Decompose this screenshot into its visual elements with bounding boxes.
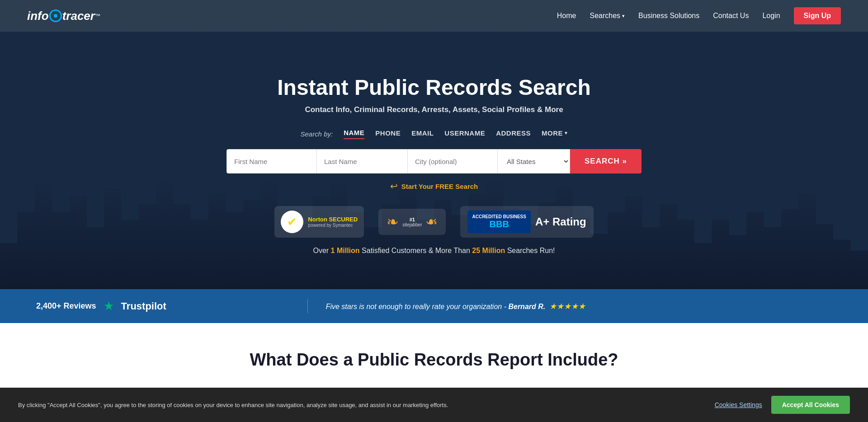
nav-item-searches[interactable]: Searches ▾ <box>590 12 625 20</box>
stats-million1: 1 Million <box>331 247 360 254</box>
bbb-rating-text: A+ Rating <box>535 216 586 228</box>
hero-stats: Over 1 Million Satisfied Customers & Mor… <box>9 247 859 255</box>
signup-button[interactable]: Sign Up <box>794 7 841 24</box>
trustpilot-left: 2,400+ Reviews ★ Trustpilot <box>36 299 308 313</box>
trustpilot-star-icon: ★ <box>104 299 114 313</box>
nav-item-home[interactable]: Home <box>557 12 576 20</box>
free-search-text[interactable]: Start Your FREE Search <box>401 183 478 190</box>
logo-text-tracer: tracer <box>62 9 95 23</box>
search-button[interactable]: SEARCH » <box>570 149 642 173</box>
searches-chevron-icon: ▾ <box>622 13 625 19</box>
sitejabber-label: sitejabber <box>402 222 422 227</box>
hero-subtitle: Contact Info, Criminal Records, Arrests,… <box>9 105 859 114</box>
bbb-accredited-text: ACCREDITED BUSINESS <box>472 214 526 219</box>
nav-link-login[interactable]: Login <box>762 12 780 19</box>
stats-middle: Satisfied Customers & More Than <box>360 247 472 254</box>
navbar: info tracer ™ Home Searches ▾ Business S… <box>0 0 868 32</box>
last-name-input[interactable] <box>317 149 407 173</box>
nav-item-contact[interactable]: Contact Us <box>713 12 749 20</box>
trustpilot-stars-right: ★★★★★ <box>549 302 585 311</box>
logo-text-info: info <box>27 9 49 23</box>
tab-username[interactable]: USERNAME <box>444 129 485 139</box>
hero-section: Instant Public Records Search Contact In… <box>0 32 868 289</box>
bbb-logo-icon: BBB <box>472 219 526 230</box>
norton-title: Norton SECURED <box>308 216 358 223</box>
norton-subtitle: powered by Symantec <box>308 223 358 228</box>
nav-item-signup[interactable]: Sign Up <box>794 7 841 24</box>
bbb-logo-container: ACCREDITED BUSINESS BBB <box>467 211 530 233</box>
trustpilot-reviewer: Bernard R. <box>508 303 545 310</box>
nav-link-business[interactable]: Business Solutions <box>638 12 699 19</box>
nav-link-contact[interactable]: Contact Us <box>713 12 749 19</box>
norton-badge: ✔ Norton SECURED powered by Symantec <box>274 206 364 238</box>
first-name-input[interactable] <box>226 149 317 173</box>
tab-address[interactable]: ADDRESS <box>496 129 531 139</box>
nav-item-business[interactable]: Business Solutions <box>638 12 699 20</box>
hero-title: Instant Public Records Search <box>9 75 859 100</box>
what-section: What Does a Public Records Report Includ… <box>0 323 868 379</box>
nav-link-home[interactable]: Home <box>557 12 576 19</box>
sitejabber-wreath-left-icon: ❧ <box>387 213 399 230</box>
nav-link-searches[interactable]: Searches ▾ <box>590 12 625 20</box>
nav-item-login[interactable]: Login <box>762 12 780 20</box>
trustpilot-right: Five stars is not enough to really rate … <box>308 301 832 311</box>
logo-circle-icon <box>49 9 62 22</box>
stats-million2: 25 Million <box>472 247 505 254</box>
tab-phone[interactable]: PHONE <box>375 129 401 139</box>
norton-icon: ✔ <box>281 211 303 233</box>
bbb-rating: A+ Rating <box>535 216 586 228</box>
more-chevron-icon: ▾ <box>565 130 568 136</box>
norton-text: Norton SECURED powered by Symantec <box>308 216 358 228</box>
trustpilot-bar: 2,400+ Reviews ★ Trustpilot Five stars i… <box>0 289 868 323</box>
bbb-badge: ACCREDITED BUSINESS BBB A+ Rating <box>460 206 593 238</box>
search-tabs: Search by: NAME PHONE EMAIL USERNAME ADD… <box>9 129 859 139</box>
state-select[interactable]: All States AlabamaAlaskaArizona Arkansas… <box>498 149 570 173</box>
hero-content: Instant Public Records Search Contact In… <box>0 57 868 264</box>
city-input[interactable] <box>407 149 498 173</box>
trustpilot-quote: Five stars is not enough to really rate … <box>326 303 509 310</box>
tab-name[interactable]: NAME <box>344 129 364 139</box>
nav-links: Home Searches ▾ Business Solutions Conta… <box>557 7 841 24</box>
trustpilot-brand-name: Trustpilot <box>121 300 166 312</box>
arrow-icon: ↩ <box>390 181 398 192</box>
logo[interactable]: info tracer ™ <box>27 9 100 23</box>
what-section-title: What Does a Public Records Report Includ… <box>9 350 859 370</box>
trust-badges: ✔ Norton SECURED powered by Symantec ❧ #… <box>9 206 859 238</box>
logo-tm: ™ <box>95 13 100 19</box>
search-by-label: Search by: <box>300 130 333 138</box>
search-bar: All States AlabamaAlaskaArizona Arkansas… <box>9 149 859 173</box>
sitejabber-badge: ❧ #1 sitejabber ❧ <box>378 209 446 235</box>
free-search-label-area: ↩ Start Your FREE Search <box>9 181 859 192</box>
tab-email[interactable]: EMAIL <box>411 129 434 139</box>
sitejabber-wreath-right-icon: ❧ <box>425 213 438 230</box>
sitejabber-number: #1 <box>402 217 422 222</box>
tab-more[interactable]: MORE ▾ <box>542 129 568 139</box>
stats-prefix: Over <box>313 247 330 254</box>
trustpilot-reviews-count: 2,400+ Reviews <box>36 301 96 311</box>
stats-suffix: Searches Run! <box>505 247 555 254</box>
